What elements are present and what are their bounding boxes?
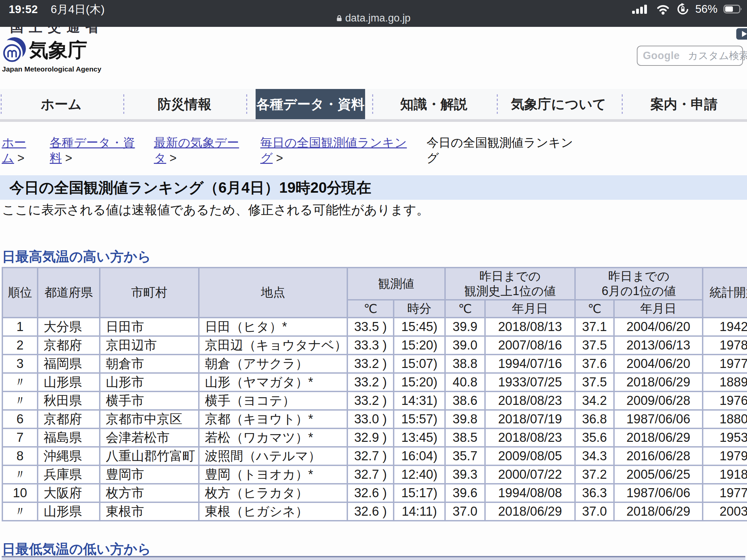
cell-record-date: 2018/08/13 [485,318,575,336]
breadcrumb-separator: > [18,151,25,165]
cell-record-temp: 39.3 [445,465,485,484]
page-title-bar: 今日の全国観測値ランキング（6月4日）19時20分現在 [0,175,747,200]
nav-item[interactable]: 防災情報 [123,89,247,119]
cell-prefecture: 京都府 [37,336,100,354]
cell-june-temp: 37.5 [575,336,614,354]
cell-record-temp: 38.5 [445,428,485,447]
cell-june-date: 2004/06/20 [614,354,703,373]
cell-city: 会津若松市 [100,428,199,447]
section-heading-max-temp: 日最高気温の高い方から [2,247,151,266]
cell-june-date: 2018/06/29 [614,502,703,521]
cell-record-date: 2018/07/19 [485,410,575,428]
cell-stats-year: 1942 [703,318,747,336]
cell-june-date: 2018/06/29 [614,428,703,447]
table-row: 1 大分県 日田市 日田（ヒタ）* 33.5 ) 15:45) 39.9 201… [2,318,747,336]
cell-record-temp: 35.7 [445,447,485,465]
table-row: 7 福島県 会津若松市 若松（ワカマツ）* 32.9 ) 13:45) 38.5… [2,428,747,447]
cell-rank: 1 [2,318,37,336]
global-nav: ホーム 防災情報 各種データ・資料 知識・解説 気象庁について 案内・申請 [0,89,747,119]
table-row: 8 沖縄県 八重山郡竹富町 波照間（ハテルマ） 32.7 ) 16:04) 35… [2,447,747,465]
cell-city: 京田辺市 [100,336,199,354]
cell-observed-temp: 33.2 ) [347,373,394,392]
url-text: data.jma.go.jp [345,12,411,24]
cell-station: 朝倉（アサクラ） [199,354,347,373]
col-group-june: 昨日までの 6月の1位の値 [575,268,703,300]
cell-record-temp: 39.0 [445,336,485,354]
cell-record-temp: 39.9 [445,318,485,336]
cell-june-date: 2005/06/25 [614,465,703,484]
breadcrumb-item: 最新の気象データ> [154,135,242,166]
custom-search-box[interactable]: Google [637,46,743,66]
cell-stats-year: 1979 [703,447,747,465]
cell-june-temp: 36.3 [575,484,614,502]
cell-record-date: 1933/07/25 [485,373,575,392]
cell-station: 若松（ワカマツ）* [199,428,347,447]
ranking-table: 順位 都道府県 市町村 地点 観測値 昨日までの 観測史上1位の値 昨日までの … [2,267,747,522]
cell-june-temp: 34.3 [575,447,614,465]
cell-june-date: 2009/06/28 [614,392,703,410]
google-logo: Google [643,50,680,62]
col-group-record: 昨日までの 観測史上1位の値 [445,268,575,300]
breadcrumb-item: 各種データ・資料> [50,135,138,166]
breadcrumb-separator: > [276,151,283,165]
june-group-line1: 昨日までの [576,269,702,284]
table-row: 〃 山形県 東根市 東根（ヒガシネ） 32.6 ) 14:11) 37.0 20… [2,502,747,521]
nav-item[interactable]: 気象庁について [496,89,621,119]
agency-name-en: Japan Meteorological Agency [2,65,101,73]
record-group-line2: 観測史上1位の値 [446,284,574,298]
breadcrumb-link[interactable]: 各種データ・資料 [50,136,135,165]
cell-city: 日田市 [100,318,199,336]
col-header-prefecture: 都道府県 [37,268,100,318]
col-header-station: 地点 [199,268,347,318]
table-row: 〃 山形県 山形市 山形（ヤマガタ）* 33.2 ) 15:20) 40.8 1… [2,373,747,392]
cell-june-temp: 37.1 [575,318,614,336]
breadcrumb-separator: > [65,151,72,165]
cell-city: 山形市 [100,373,199,392]
cell-city: 枚方市 [100,484,199,502]
subheader-date-june: 年月日 [614,300,703,318]
cell-record-date: 2018/08/23 [485,392,575,410]
breadcrumb-item: 毎日の全国観測値ランキング> [260,135,410,166]
cell-rank: 〃 [2,465,37,484]
search-input[interactable] [688,50,747,61]
june-group-line2: 6月の1位の値 [576,284,702,298]
cell-city: 豊岡市 [100,465,199,484]
header-arrow-button[interactable] [736,28,747,39]
cell-rank: 〃 [2,373,37,392]
subheader-celsius-june: ℃ [575,300,614,318]
cell-rank: 〃 [2,502,37,521]
cell-record-date: 1994/08/08 [485,484,575,502]
safari-page: 国土交通省 気象庁 Japan Meteorological Agency Go… [0,0,747,560]
cell-prefecture: 大分県 [37,318,100,336]
address-bar[interactable]: data.jma.go.jp [0,12,747,24]
nav-item[interactable]: 各種データ・資料 [256,89,365,119]
table-row: 6 京都府 京都市中京区 京都（キヨウト）* 33.0 ) 15:57) 39.… [2,410,747,428]
cell-june-temp: 37.6 [575,354,614,373]
cell-rank: 8 [2,447,37,465]
cell-prefecture: 福岡県 [37,354,100,373]
agency-name: 気象庁 [29,37,87,62]
cell-stats-year: 1977 [703,354,747,373]
cell-rank: 3 [2,354,37,373]
cell-station: 日田（ヒタ）* [199,318,347,336]
cell-observed-time: 15:07) [394,354,445,373]
cell-stats-year: 1880 [703,410,747,428]
cell-observed-time: 14:11) [394,502,445,521]
cell-prefecture: 秋田県 [37,392,100,410]
cell-observed-time: 15:20) [394,336,445,354]
nav-item[interactable]: 案内・申請 [621,89,747,119]
cell-observed-temp: 32.7 ) [347,447,394,465]
cell-rank: 〃 [2,392,37,410]
subheader-celsius-record: ℃ [445,300,485,318]
cell-rank: 6 [2,410,37,428]
breadcrumb-link[interactable]: 最新の気象データ [154,136,239,165]
jma-logo[interactable] [2,36,27,64]
cell-observed-temp: 32.6 ) [347,502,394,521]
cell-record-temp: 38.8 [445,354,485,373]
nav-item[interactable]: 知識・解説 [371,89,496,119]
disclaimer-note: ここに表示される値は速報値であるため、修正される可能性があります。 [2,202,429,218]
cell-observed-temp: 32.6 ) [347,484,394,502]
cell-rank: 2 [2,336,37,354]
nav-item[interactable]: ホーム [0,89,123,119]
cell-stats-year: 1978 [703,336,747,354]
